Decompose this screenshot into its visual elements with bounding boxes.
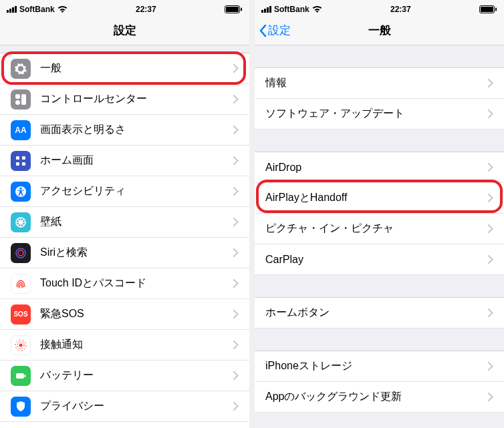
page-title: 一般	[368, 23, 391, 38]
row-pip[interactable]: ピクチャ・イン・ピクチャ	[255, 214, 504, 244]
svg-rect-1	[226, 7, 239, 12]
phone-general: SoftBank 22:37 設定 一般 情報 ソフトウェア・アップデート	[255, 0, 504, 428]
svg-rect-8	[16, 162, 19, 166]
row-label: Touch IDとパスコード	[40, 276, 233, 290]
home-screen-icon	[11, 151, 31, 171]
row-general[interactable]: 一般	[0, 53, 249, 84]
row-label: ホーム画面	[40, 154, 233, 168]
row-label: iPhoneストレージ	[265, 359, 488, 373]
chevron-right-icon	[233, 156, 239, 165]
row-label: アクセシビリティ	[40, 184, 233, 198]
carrier-label: SoftBank	[19, 5, 55, 14]
row-label: ソフトウェア・アップデート	[265, 107, 488, 121]
chevron-right-icon	[488, 255, 493, 264]
chevron-right-icon	[233, 279, 239, 288]
row-background-refresh[interactable]: Appのバックグラウンド更新	[255, 382, 504, 413]
svg-rect-4	[21, 94, 26, 105]
signal-icon	[7, 6, 17, 13]
row-label: 緊急SOS	[40, 307, 233, 321]
row-carplay[interactable]: CarPlay	[255, 244, 504, 275]
back-button[interactable]: 設定	[259, 23, 291, 38]
row-software-update[interactable]: ソフトウェア・アップデート	[255, 99, 504, 130]
svg-point-13	[19, 220, 23, 224]
carrier-label: SoftBank	[274, 5, 309, 14]
chevron-right-icon	[488, 194, 493, 202]
row-iphone-storage[interactable]: iPhoneストレージ	[255, 351, 504, 382]
row-airplay-handoff[interactable]: AirPlayとHandoff	[255, 183, 504, 214]
signal-icon	[261, 6, 271, 13]
status-bar: SoftBank 22:37	[255, 0, 504, 16]
row-siri[interactable]: Siriと検索	[0, 238, 249, 268]
status-bar: SoftBank 22:37	[0, 0, 249, 16]
row-label: AirPlayとHandoff	[265, 191, 488, 205]
row-battery[interactable]: バッテリー	[0, 361, 249, 391]
section-gap	[0, 45, 249, 53]
chevron-right-icon	[488, 224, 493, 233]
chevron-right-icon	[488, 79, 493, 87]
sos-icon: SOS	[11, 304, 31, 325]
wifi-icon	[312, 5, 322, 13]
section-gap	[255, 329, 504, 351]
svg-rect-5	[15, 100, 20, 105]
svg-point-16	[19, 343, 23, 347]
settings-list: 一般 コントロールセンター AA 画面表示と明るさ ホーム画面	[0, 45, 249, 422]
svg-rect-23	[495, 7, 497, 11]
chevron-right-icon	[233, 371, 239, 380]
row-label: 情報	[265, 76, 488, 90]
row-label: 画面表示と明るさ	[40, 123, 233, 137]
row-label: 接触通知	[40, 338, 233, 352]
row-label: ホームボタン	[265, 306, 488, 320]
exposure-icon	[11, 335, 31, 355]
section-gap	[255, 413, 504, 428]
nav-bar-settings: 設定	[0, 16, 249, 45]
row-label: CarPlay	[265, 254, 488, 266]
row-label: Siriと検索	[40, 246, 233, 260]
row-label: バッテリー	[40, 369, 233, 383]
chevron-right-icon	[233, 187, 239, 196]
battery-icon	[11, 366, 31, 386]
row-sos[interactable]: SOS 緊急SOS	[0, 299, 249, 330]
row-privacy[interactable]: プライバシー	[0, 391, 249, 422]
row-label: コントロールセンター	[40, 92, 233, 106]
svg-rect-20	[25, 375, 26, 377]
touchid-icon	[11, 274, 31, 294]
display-icon: AA	[11, 120, 31, 140]
row-label: 壁紙	[40, 215, 233, 229]
chevron-right-icon	[488, 393, 493, 401]
row-control-center[interactable]: コントロールセンター	[0, 84, 249, 115]
row-info[interactable]: 情報	[255, 68, 504, 99]
chevron-right-icon	[488, 163, 493, 172]
row-accessibility[interactable]: アクセシビリティ	[0, 176, 249, 207]
page-title: 設定	[114, 23, 136, 38]
chevron-right-icon	[233, 248, 239, 257]
row-display[interactable]: AA 画面表示と明るさ	[0, 115, 249, 146]
row-home-button[interactable]: ホームボタン	[255, 298, 504, 329]
chevron-right-icon	[233, 126, 239, 134]
svg-rect-3	[15, 94, 20, 99]
chevron-right-icon	[488, 110, 493, 118]
siri-icon	[11, 243, 31, 263]
row-wallpaper[interactable]: 壁紙	[0, 207, 249, 238]
svg-rect-9	[22, 162, 25, 166]
svg-rect-22	[481, 7, 493, 12]
section-gap	[255, 130, 504, 152]
section-gap	[255, 275, 504, 298]
control-center-icon	[11, 89, 31, 110]
row-airdrop[interactable]: AirDrop	[255, 152, 504, 183]
svg-rect-7	[22, 156, 25, 160]
svg-rect-6	[16, 156, 19, 160]
row-home-screen[interactable]: ホーム画面	[0, 146, 249, 176]
section-gap	[255, 45, 504, 68]
chevron-right-icon	[488, 308, 493, 317]
accessibility-icon	[11, 182, 31, 202]
svg-rect-19	[16, 373, 24, 379]
row-label: プライバシー	[40, 399, 233, 413]
row-exposure[interactable]: 接触通知	[0, 330, 249, 361]
phone-settings: SoftBank 22:37 設定 一般 コント	[0, 0, 249, 428]
row-label: Appのバックグラウンド更新	[265, 390, 488, 404]
row-label: AirDrop	[265, 162, 488, 174]
chevron-right-icon	[233, 218, 239, 226]
row-touchid[interactable]: Touch IDとパスコード	[0, 268, 249, 299]
wifi-icon	[57, 5, 68, 13]
svg-point-14	[16, 248, 25, 258]
